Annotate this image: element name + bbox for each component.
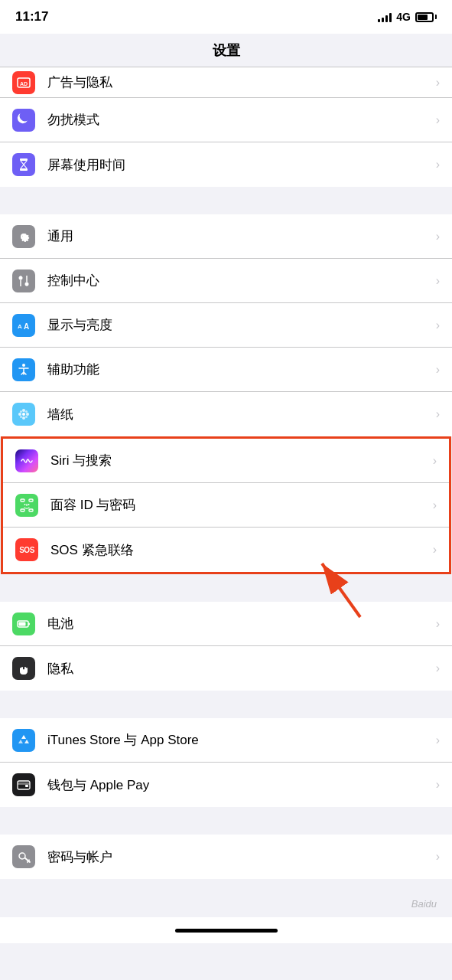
settings-item-itunes[interactable]: iTunes Store 与 App Store › (0, 718, 452, 763)
control-center-chevron: › (436, 274, 440, 288)
svg-point-12 (22, 364, 25, 367)
separator-1 (0, 187, 452, 214)
signal-bar-1 (378, 19, 380, 22)
privacy-label: 隐私 (47, 660, 430, 678)
settings-item-sos[interactable]: SOS SOS 紧急联络 › (3, 528, 449, 572)
settings-container: AD 广告与隐私 › 勿扰模式 › (0, 67, 452, 917)
svg-point-20 (20, 416, 22, 418)
highlighted-group: Siri 与搜索 › (1, 436, 451, 574)
battery-fill (418, 15, 428, 20)
settings-item-privacy[interactable]: 隐私 › (0, 646, 452, 691)
partial-group: AD 广告与隐私 › (0, 67, 452, 98)
home-indicator (175, 929, 278, 933)
itunes-chevron: › (436, 733, 440, 747)
partial-label: 广告与隐私 (47, 74, 430, 91)
aa-icon: A A (16, 318, 31, 333)
faceid-icon-bg (15, 494, 38, 517)
settings-item-accessibility[interactable]: 辅助功能 › (0, 348, 452, 392)
general-chevron: › (436, 230, 440, 243)
wallet-logo-icon (16, 777, 31, 792)
group-stores: iTunes Store 与 App Store › 钱包与 Apple Pay… (0, 718, 452, 807)
group-display: 通用 › 控制中心 › (0, 214, 452, 436)
settings-item-faceid[interactable]: 面容 ID 与密码 › (3, 483, 449, 528)
privacy-chevron: › (436, 662, 440, 675)
svg-point-19 (25, 410, 28, 413)
svg-text:A: A (24, 322, 29, 331)
settings-item-wallet[interactable]: 钱包与 Apple Pay › (0, 763, 452, 807)
moon-icon (16, 113, 31, 128)
screentime-label: 屏幕使用时间 (47, 156, 430, 174)
settings-item-wallpaper[interactable]: 墙纸 › (0, 392, 452, 436)
dnd-icon (12, 109, 35, 132)
home-indicator-container (0, 917, 452, 943)
signal-bar-2 (382, 18, 384, 22)
settings-item-screentime[interactable]: 屏幕使用时间 › (0, 142, 452, 187)
svg-rect-32 (19, 622, 26, 626)
faceid-label: 面容 ID 与密码 (50, 496, 427, 514)
siri-chevron: › (433, 454, 437, 468)
svg-point-18 (20, 410, 22, 413)
settings-item-dnd[interactable]: 勿扰模式 › (0, 98, 452, 142)
svg-point-26 (24, 504, 26, 505)
group-dnd-screentime: 勿扰模式 › 屏幕使用时间 › (0, 98, 452, 187)
passwords-label: 密码与帐户 (47, 848, 430, 866)
accessibility-label: 辅助功能 (47, 361, 430, 378)
svg-text:A: A (18, 323, 22, 330)
svg-rect-2 (20, 158, 28, 161)
flower-icon (16, 407, 31, 422)
settings-item-battery[interactable]: 电池 › (0, 602, 452, 646)
partial-item[interactable]: AD 广告与隐私 › (0, 67, 452, 98)
dnd-label: 勿扰模式 (47, 111, 430, 129)
control-center-icon (12, 270, 35, 292)
settings-item-general[interactable]: 通用 › (0, 214, 452, 259)
hourglass-icon (16, 157, 31, 172)
separator-4 (0, 807, 452, 835)
svg-rect-24 (21, 509, 24, 511)
separator-2 (0, 574, 452, 602)
settings-item-control-center[interactable]: 控制中心 › (0, 259, 452, 303)
accessibility-icon-bg (12, 358, 35, 381)
ad-icon: AD (16, 75, 31, 90)
svg-point-5 (25, 282, 29, 286)
svg-text:AD: AD (20, 81, 28, 87)
siri-icon (15, 449, 38, 472)
status-bar: 11:17 4G (0, 0, 452, 34)
wallpaper-label: 墙纸 (47, 406, 430, 423)
appstore-icon (12, 729, 35, 752)
status-time: 11:17 (15, 9, 48, 24)
gear-icon (16, 229, 31, 244)
settings-item-display[interactable]: A A 显示与亮度 › (0, 303, 452, 348)
battery-label: 电池 (47, 615, 430, 632)
svg-rect-36 (25, 785, 28, 787)
faceid-chevron: › (433, 498, 437, 512)
sos-text: SOS (19, 546, 34, 554)
battery-icon (12, 612, 35, 635)
wallet-chevron: › (436, 778, 440, 792)
separator-3 (0, 691, 452, 718)
battery-tip (435, 15, 437, 19)
svg-rect-23 (29, 499, 33, 501)
signal-bars (378, 11, 392, 22)
wallpaper-icon (12, 403, 35, 426)
watermark: Baidu (411, 898, 437, 910)
dnd-chevron: › (436, 113, 440, 127)
siri-label: Siri 与搜索 (50, 452, 427, 469)
partial-icon: AD (12, 71, 35, 94)
nav-bar: 设置 (0, 34, 452, 67)
page-title: 设置 (213, 41, 240, 60)
settings-item-siri[interactable]: Siri 与搜索 › (3, 439, 449, 483)
svg-rect-33 (28, 622, 30, 625)
wallet-icon (12, 773, 35, 796)
sos-label: SOS 紧急联络 (50, 541, 427, 559)
privacy-icon (12, 657, 35, 680)
key-icon (12, 845, 35, 868)
control-center-label: 控制中心 (47, 272, 430, 289)
sos-icon: SOS (15, 538, 38, 561)
group-passwords: 密码与帐户 › (0, 835, 452, 879)
key-setting-icon (16, 849, 31, 864)
signal-bar-4 (389, 13, 392, 22)
svg-rect-25 (29, 509, 33, 511)
settings-item-passwords[interactable]: 密码与帐户 › (0, 835, 452, 879)
display-icon: A A (12, 314, 35, 337)
page-wrapper: 11:17 4G 设置 (0, 0, 452, 943)
